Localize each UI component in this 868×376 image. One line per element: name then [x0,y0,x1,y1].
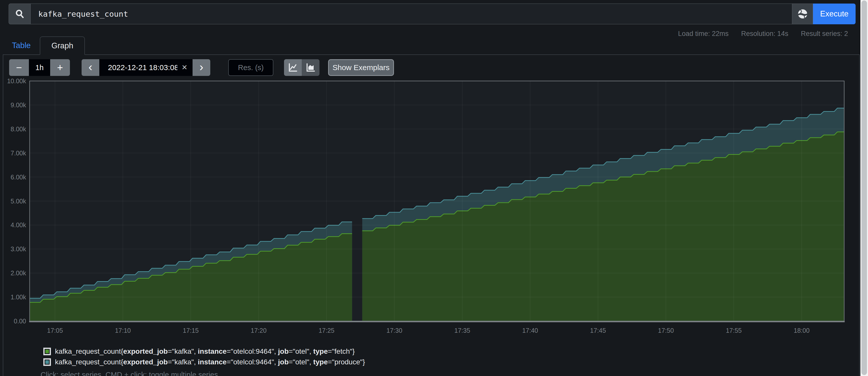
search-icon [15,9,25,19]
y-tick-label: 5.00k [11,198,26,205]
range-group: − + [9,59,70,76]
x-tick-label: 17:35 [454,327,470,334]
scrollbar [860,0,868,376]
globe-icon [797,8,808,20]
legend-series-label: kafka_request_count{exported_job="kafka"… [55,358,365,366]
range-decrease-button[interactable]: − [9,59,29,76]
graph-panel: 0.001.00k2.00k3.00k4.00k5.00k6.00k7.00k8… [3,55,860,376]
datetime-prev-button[interactable]: ‹ [82,59,99,76]
panel-tabs: Table Graph [3,36,860,55]
range-input[interactable] [29,59,50,76]
legend: kafka_request_count{exported_job="kafka"… [40,347,365,376]
y-tick-label: 4.00k [11,221,26,229]
x-tick-label: 17:55 [726,327,742,334]
line-chart-button[interactable] [284,59,302,76]
chevron-right-icon: › [199,61,203,73]
x-tick-label: 17:20 [251,327,267,334]
legend-rows: kafka_request_count{exported_job="kafka"… [40,347,365,366]
plus-icon: + [57,63,63,73]
legend-swatch [43,348,51,355]
y-tick-label: 6.00k [11,174,26,181]
show-exemplars-button[interactable]: Show Exemplars [328,59,394,76]
query-bar: Execute [9,4,856,24]
y-tick-label: 9.00k [11,101,26,108]
datetime-next-button[interactable]: › [192,59,210,76]
clear-datetime-icon[interactable]: ✕ [182,63,187,72]
legend-item[interactable]: kafka_request_count{exported_job="kafka"… [40,347,365,355]
graph-chart: 0.001.00k2.00k3.00k4.00k5.00k6.00k7.00k8… [3,55,860,346]
legend-item[interactable]: kafka_request_count{exported_job="kafka"… [40,358,365,366]
line-chart-icon [288,63,298,72]
graph-toolbar: − + ‹ ✕ › [9,59,394,76]
tab-graph[interactable]: Graph [40,36,85,55]
query-input[interactable] [30,4,792,24]
y-tick-label: 8.00k [11,126,26,133]
datetime-group: ‹ ✕ › [82,59,210,76]
legend-series-label: kafka_request_count{exported_job="kafka"… [55,347,355,355]
x-tick-label: 17:10 [115,327,131,334]
y-tick-label: 1.00k [11,294,26,301]
y-tick-label: 7.00k [11,149,26,157]
resolution-input[interactable] [228,59,273,76]
range-increase-button[interactable]: + [50,59,70,76]
x-tick-label: 17:45 [590,327,606,334]
app-root: Execute Load time: 22ms Resolution: 14s … [0,0,860,376]
x-tick-label: 17:15 [183,327,199,334]
stacked-chart-icon [306,63,315,72]
x-tick-label: 17:25 [318,327,335,334]
scrollbar-thumb[interactable] [861,1,867,375]
globe-button[interactable] [792,4,813,24]
chart-type-toggle [284,59,319,76]
y-tick-label: 3.00k [11,245,26,252]
execute-button[interactable]: Execute [813,4,856,24]
x-tick-label: 17:50 [658,327,674,334]
stacked-chart-button[interactable] [302,59,319,76]
tab-table[interactable]: Table [3,36,40,55]
x-tick-label: 18:00 [794,327,810,334]
y-tick-label: 0.00 [14,317,26,324]
y-tick-label: 2.00k [11,270,26,277]
x-tick-label: 17:05 [47,327,63,334]
datetime-input[interactable] [99,59,192,76]
y-tick-label: 10.00k [7,77,26,84]
metrics-explorer-button[interactable] [9,4,30,24]
x-tick-label: 17:30 [386,327,402,334]
legend-hint: Click: select series, CMD + click: toggl… [40,371,365,376]
x-tick-label: 17:40 [522,327,538,334]
datetime-field: ✕ [99,59,192,76]
legend-swatch [43,358,51,366]
chevron-left-icon: ‹ [88,61,92,73]
minus-icon: − [16,63,22,73]
